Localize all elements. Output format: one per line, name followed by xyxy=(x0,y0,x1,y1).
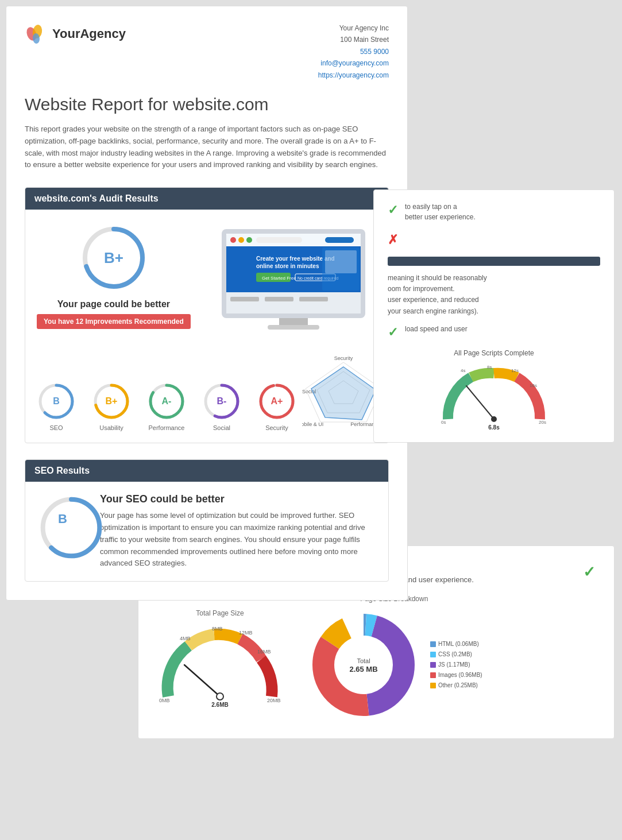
svg-point-11 xyxy=(246,237,252,243)
svg-rect-28 xyxy=(268,325,319,330)
overall-grade-text: B+ xyxy=(104,249,123,267)
agency-address: 100 Main Street xyxy=(318,34,389,45)
seo-section-header: SEO Results xyxy=(25,460,388,482)
legend-css: CSS (0.2MB) xyxy=(430,649,482,660)
social-circle: B- xyxy=(202,382,241,421)
performance-label: Performance xyxy=(149,424,185,431)
seo-main-grade: B xyxy=(58,512,67,527)
seo-circle: B xyxy=(37,382,76,421)
check-item-3: ✓ load speed and user xyxy=(388,324,600,340)
total-page-size-chart: Total Page Size 0MB 4MB 8MB 12MB 16MB 20… xyxy=(157,609,283,708)
agency-email[interactable]: info@youragency.com xyxy=(320,59,389,67)
speedometer-gauge: 0s 4s 8s 12s 16s 20s 6.8s xyxy=(388,362,600,431)
check-icon-1: ✓ xyxy=(388,203,398,218)
svg-text:online store in minutes: online store in minutes xyxy=(256,263,319,269)
svg-text:2.6MB: 2.6MB xyxy=(211,702,228,708)
grade-item-performance: A- Performance xyxy=(147,382,186,431)
svg-rect-27 xyxy=(279,318,308,325)
agency-website[interactable]: https://youragency.com xyxy=(318,71,389,79)
grade-item-usability: B+ Usability xyxy=(92,382,131,431)
svg-rect-22 xyxy=(325,250,357,273)
check-icon-3: ✓ xyxy=(388,325,398,340)
svg-rect-12 xyxy=(256,237,302,243)
audit-top: B+ Your page could be better You have 12… xyxy=(37,223,377,338)
seo-title: Your SEO could be better xyxy=(100,493,377,505)
seo-section: SEO Results B Your SEO could be better Y… xyxy=(25,459,389,582)
intro-text: This report grades your website on the s… xyxy=(25,123,389,171)
social-label: Social xyxy=(213,424,230,431)
main-card: YourAgency Your Agency Inc 100 Main Stre… xyxy=(6,6,408,601)
svg-text:Security: Security xyxy=(334,355,353,361)
seo-grade-area: B xyxy=(37,493,88,552)
usability-circle: B+ xyxy=(92,382,131,421)
seo-content: B Your SEO could be better Your page has… xyxy=(25,482,388,581)
grade-item-social: B- Social xyxy=(202,382,241,431)
svg-text:4s: 4s xyxy=(461,368,465,373)
svg-text:8MB: 8MB xyxy=(212,626,223,632)
logo-text: YourAgency xyxy=(52,26,126,41)
svg-text:12s: 12s xyxy=(511,368,519,373)
seo-label: SEO xyxy=(49,424,63,431)
overall-grade-area: B+ Your page could be better You have 12… xyxy=(37,223,191,329)
donut-legend: HTML (0.06MB) CSS (0.2MB) JS (1.17MB) Im… xyxy=(430,639,482,691)
right-card: ✓ to easily tap on abetter user experien… xyxy=(373,189,615,443)
monitor-graphic: Create your free website and online stor… xyxy=(210,223,377,338)
svg-rect-13 xyxy=(325,237,354,243)
page-size-breakdown-chart: Page Size Breakdown xyxy=(306,595,482,722)
svg-rect-24 xyxy=(230,297,259,301)
svg-text:0MB: 0MB xyxy=(159,698,170,703)
svg-text:16s: 16s xyxy=(530,383,537,388)
logo-icon xyxy=(25,22,48,45)
grade-item-seo: B SEO xyxy=(37,382,76,431)
page-size-check-icon: ✓ xyxy=(583,563,596,581)
svg-text:Total: Total xyxy=(357,657,370,664)
usability-label: Usability xyxy=(99,424,123,431)
grades-row: B SEO B+ Usability xyxy=(37,382,296,431)
seo-text: Your SEO could be better Your page has s… xyxy=(100,493,377,570)
audit-section: website.com's Audit Results B+ Your page… xyxy=(25,187,389,443)
grade-item-security: A+ Security xyxy=(257,382,296,431)
agency-company: Your Agency Inc xyxy=(318,22,389,34)
svg-point-57 xyxy=(491,416,497,422)
legend-other: Other (0.25MB) xyxy=(430,680,482,691)
overall-grade-label: Your page could be better xyxy=(57,299,170,309)
right-section-header xyxy=(388,257,600,266)
logo: YourAgency xyxy=(25,22,126,45)
logo-name: YourAgency xyxy=(52,26,126,41)
check-item-2: ✗ xyxy=(388,231,600,247)
agency-phone[interactable]: 555 9000 xyxy=(360,48,389,56)
svg-text:8s: 8s xyxy=(487,365,492,370)
check-item-1: ✓ to easily tap on abetter user experien… xyxy=(388,202,600,222)
svg-text:20MB: 20MB xyxy=(267,698,281,703)
svg-marker-47 xyxy=(311,367,376,420)
performance-circle: A- xyxy=(147,382,186,421)
seo-grade-circle: B xyxy=(37,493,88,545)
audit-content: B+ Your page could be better You have 12… xyxy=(25,210,388,443)
legend-images: Images (0.96MB) xyxy=(430,670,482,680)
right-body-text: meaning it should be reasonably oom for … xyxy=(388,273,600,317)
header: YourAgency Your Agency Inc 100 Main Stre… xyxy=(25,22,389,81)
svg-text:0s: 0s xyxy=(441,420,446,425)
svg-point-66 xyxy=(217,693,223,700)
seo-grade: B xyxy=(53,396,60,407)
svg-line-56 xyxy=(466,386,494,419)
improvements-badge: You have 12 Improvements Recommended xyxy=(37,314,191,329)
legend-html: HTML (0.06MB) xyxy=(430,639,482,649)
x-icon-2: ✗ xyxy=(388,233,398,247)
svg-point-9 xyxy=(230,237,236,243)
svg-rect-25 xyxy=(265,297,293,301)
svg-text:16MB: 16MB xyxy=(257,649,271,655)
legend-js: JS (1.17MB) xyxy=(430,660,482,670)
seo-description: Your page has some level of optimization… xyxy=(100,510,377,570)
social-grade: B- xyxy=(217,396,227,407)
agency-info: Your Agency Inc 100 Main Street 555 9000… xyxy=(318,22,389,81)
usability-grade: B+ xyxy=(106,396,118,407)
performance-grade: A- xyxy=(162,396,172,407)
gauge-label: All Page Scripts Complete xyxy=(388,349,600,357)
page-title: Website Report for website.com xyxy=(25,95,389,114)
charts-row: Total Page Size 0MB 4MB 8MB 12MB 16MB 20… xyxy=(157,595,596,722)
security-label: Security xyxy=(265,424,288,431)
svg-text:Get Started Free: Get Started Free xyxy=(262,276,296,281)
svg-point-10 xyxy=(238,237,244,243)
svg-rect-23 xyxy=(226,292,361,313)
